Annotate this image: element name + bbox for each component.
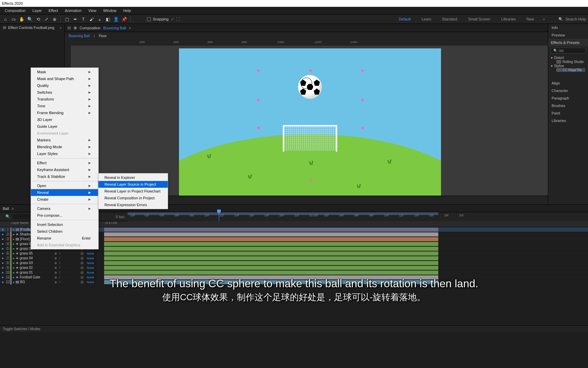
parent-dropdown[interactable]: None xyxy=(85,271,96,274)
composition-canvas[interactable] xyxy=(179,48,441,196)
rect-tool-icon[interactable]: ▢ xyxy=(64,16,70,22)
menu-animation[interactable]: Animation xyxy=(62,7,85,14)
submenu-item[interactable]: Reveal Composition in Project xyxy=(98,195,168,201)
snap-opt-icon[interactable]: ⤢ xyxy=(171,17,174,21)
visibility-icon[interactable]: ● xyxy=(2,251,4,255)
workspace-tab[interactable]: New xyxy=(524,16,536,22)
snap-opt2-icon[interactable]: ⛶ xyxy=(176,17,180,21)
menu-item[interactable]: Mask and Shape Path▶ xyxy=(31,75,98,82)
menu-view[interactable]: View xyxy=(85,7,100,14)
home-icon[interactable]: ⌂ xyxy=(2,16,9,22)
visibility-icon[interactable]: ● xyxy=(2,271,4,274)
panel-info[interactable]: Info xyxy=(548,24,588,31)
selection-handle[interactable] xyxy=(361,127,364,129)
menu-item[interactable]: Reveal▶ xyxy=(31,189,98,196)
visibility-icon[interactable]: ● xyxy=(2,247,4,250)
checkbox-icon[interactable] xyxy=(147,17,151,21)
workspace-tab[interactable]: Small Screen xyxy=(466,16,492,22)
visibility-icon[interactable]: ● xyxy=(2,228,4,231)
menu-item[interactable]: Open▶ xyxy=(31,182,98,189)
menu-item[interactable]: Layer Styles▶ xyxy=(31,150,98,157)
menu-item[interactable]: Keyframe Assistant▶ xyxy=(31,166,98,173)
pickwhip-icon[interactable]: @ xyxy=(80,252,84,255)
tree-item[interactable]: Rolling Shutte xyxy=(556,60,585,64)
menu-item[interactable]: Frame Blending▶ xyxy=(31,109,98,116)
rotate-tool-icon[interactable]: ⤢ xyxy=(43,16,50,22)
submenu-item[interactable]: Reveal Layer in Project Flowchart xyxy=(98,188,168,195)
breadcrumb-item[interactable]: Floor xyxy=(99,34,107,38)
bpc-label[interactable]: 8 bpc xyxy=(116,215,125,219)
visibility-icon[interactable]: ● xyxy=(2,242,4,246)
panel-paint[interactable]: Paint xyxy=(548,109,588,117)
pickwhip-icon[interactable]: @ xyxy=(80,276,84,279)
selection-handle[interactable] xyxy=(257,70,260,72)
stamp-tool-icon[interactable]: ⟁ xyxy=(96,16,103,22)
panel-preview[interactable]: Preview xyxy=(548,31,588,39)
effects-search[interactable]: 🔍rep xyxy=(550,48,586,53)
selection-handle[interactable] xyxy=(361,99,364,101)
chevron-icon[interactable]: » xyxy=(60,26,62,30)
tree-item[interactable]: CC RepeTile xyxy=(556,68,585,72)
pen-tool-icon[interactable]: ✒ xyxy=(72,16,79,22)
menu-item[interactable]: Quality▶ xyxy=(31,82,98,89)
anchor-tool-icon[interactable]: ⊕ xyxy=(51,16,58,22)
comp-name[interactable]: Bouncing Ball xyxy=(103,26,126,30)
toggle-switches-link[interactable]: Toggle Switches / Modes xyxy=(3,327,40,331)
menu-help[interactable]: Help xyxy=(120,7,134,14)
timeline-search[interactable] xyxy=(13,214,30,219)
visibility-icon[interactable]: ● xyxy=(2,266,4,270)
panel-effects-presets[interactable]: Effects & Presets xyxy=(548,39,588,46)
submenu-item[interactable]: Reveal in Explorer xyxy=(98,174,168,181)
snapping-toggle[interactable]: Snapping ⤢ ⛶ xyxy=(147,17,180,21)
menu-item[interactable]: Blending Mode▶ xyxy=(31,143,98,150)
tree-group[interactable]: ▾ Distort xyxy=(551,56,585,60)
visibility-icon[interactable]: ● xyxy=(2,275,4,279)
visibility-icon[interactable]: ● xyxy=(2,280,4,284)
context-menu[interactable]: Mask▶Mask and Shape Path▶Quality▶Switche… xyxy=(31,67,99,249)
panel-paragraph[interactable]: Paragraph xyxy=(548,94,588,102)
layer-row[interactable]: ●8▸★ grass 03⊕ / @None xyxy=(0,261,588,265)
menu-item[interactable]: Markers▶ xyxy=(31,137,98,143)
menu-composition[interactable]: Composition xyxy=(1,7,29,14)
panel-align[interactable]: Align xyxy=(548,79,588,87)
anchor-point[interactable] xyxy=(309,179,313,183)
menu-item[interactable]: Invert Selection xyxy=(31,221,98,228)
workspace-tab[interactable]: Learn xyxy=(420,16,433,22)
parent-dropdown[interactable]: None xyxy=(85,280,96,284)
menu-item[interactable]: Time▶ xyxy=(31,103,98,109)
parent-dropdown[interactable]: None xyxy=(85,276,96,279)
menu-item[interactable]: RenameEnter xyxy=(31,235,98,242)
selection-handle[interactable] xyxy=(257,127,260,129)
menu-item[interactable]: Guide Layer xyxy=(31,123,98,130)
menu-item[interactable]: Pre-compose... xyxy=(31,212,98,219)
menu-item[interactable]: 3D Layer xyxy=(31,116,98,123)
parent-dropdown[interactable]: None xyxy=(85,257,96,260)
panel-character[interactable]: Character xyxy=(548,87,588,94)
layer-row[interactable]: ●12▸ BG⊕ / @None xyxy=(0,280,588,285)
layer-row[interactable]: ●6▸★ grass 05⊕ / @None xyxy=(0,251,588,256)
orbit-tool-icon[interactable]: ⟲ xyxy=(35,16,42,22)
pickwhip-icon[interactable]: @ xyxy=(80,257,84,260)
menu-item[interactable]: Create▶ xyxy=(31,196,98,203)
selection-handle[interactable] xyxy=(361,70,364,72)
layer-row[interactable]: ●9▸★ grass 02⊕ / @None xyxy=(0,265,588,270)
menu-effect[interactable]: Effect xyxy=(45,7,62,14)
time-ruler[interactable]: :00f02f04f06f08f10f12f14f16f18f20f22f01:… xyxy=(128,212,588,221)
pickwhip-icon[interactable]: @ xyxy=(80,280,84,284)
selection-tool-icon[interactable]: ▭ xyxy=(10,16,17,22)
menu-layer[interactable]: Layer xyxy=(29,7,45,14)
brush-tool-icon[interactable]: 🖌 xyxy=(88,16,95,22)
breadcrumb-item[interactable]: Bouncing Ball xyxy=(69,34,89,38)
pickwhip-icon[interactable]: @ xyxy=(80,266,84,270)
search-help[interactable]: 🔍 Search Help xyxy=(558,17,586,21)
workspace-tab[interactable]: Standard xyxy=(440,16,459,22)
menu-item[interactable]: Switches▶ xyxy=(31,89,98,96)
context-submenu[interactable]: Reveal in ExplorerReveal Layer Source in… xyxy=(98,173,168,209)
puppet-tool-icon[interactable]: 📌 xyxy=(121,16,128,22)
selection-handle[interactable] xyxy=(309,70,312,72)
eraser-tool-icon[interactable]: ◧ xyxy=(104,16,111,22)
layer-row[interactable]: ●10▸★ grass 01⊕ / @None xyxy=(0,270,588,275)
visibility-icon[interactable]: ● xyxy=(2,232,4,236)
pickwhip-icon[interactable]: @ xyxy=(80,271,84,274)
zoom-tool-icon[interactable]: 🔍 xyxy=(27,16,33,22)
